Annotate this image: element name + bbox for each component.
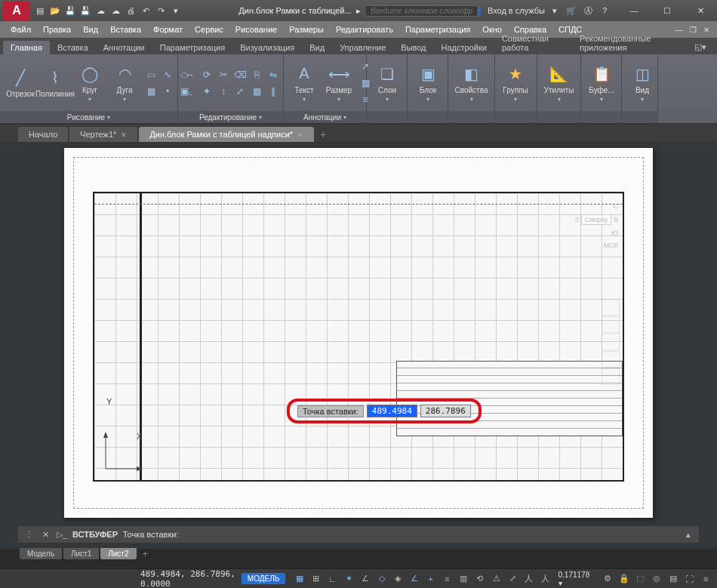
cmd-history-icon[interactable]: ▴ [682, 528, 694, 540]
menu-format[interactable]: Формат [147, 23, 189, 35]
doc-tab-dynblock[interactable]: Дин.блок Рамки с таблицей надписи*✕ [139, 127, 314, 142]
cloud-save-icon[interactable]: ☁ [109, 4, 122, 17]
copy-icon[interactable]: ⎘ [249, 67, 264, 82]
doc-tab-dyn-close-icon[interactable]: ✕ [297, 131, 303, 139]
rtab-home[interactable]: Главная [3, 41, 50, 54]
save-icon[interactable]: 💾 [63, 4, 77, 17]
erase-icon[interactable]: ⌫ [232, 67, 248, 82]
a360-icon[interactable]: Ⓐ [581, 4, 595, 17]
groups-button[interactable]: ★Группы▾ [500, 62, 531, 104]
offset-icon[interactable]: ‖ [266, 84, 281, 99]
rtab-expand-icon[interactable]: ◱▾ [687, 40, 714, 54]
dyn-input-y[interactable]: 286.7896 [420, 405, 471, 417]
rtab-addins[interactable]: Надстройки [434, 41, 494, 54]
view-button[interactable]: ◫Вид▾ [626, 62, 658, 104]
explode-icon[interactable]: ✦ [199, 84, 214, 99]
trim-icon[interactable]: ✂ [216, 67, 231, 82]
rtab-view[interactable]: Вид [302, 41, 332, 54]
nav-wheel-icon[interactable] [602, 299, 620, 316]
workspace-icon[interactable]: ⚙ [601, 572, 614, 586]
menu-dimension[interactable]: Размеры [283, 23, 330, 35]
annomonitor-icon[interactable]: ⚠ [490, 572, 503, 586]
dimension-button[interactable]: ⟷Размер▾ [323, 62, 355, 104]
redo-icon[interactable]: ↷ [154, 4, 168, 17]
undo-icon[interactable]: ↶ [139, 4, 152, 17]
rtab-insert[interactable]: Вставка [50, 41, 96, 54]
navigation-bar[interactable] [602, 299, 620, 385]
menu-modify[interactable]: Редактировать [330, 23, 399, 35]
status-scale[interactable]: 0.171178 ▾ [559, 571, 595, 587]
rtab-parametric[interactable]: Параметризация [152, 41, 232, 54]
cmd-handle-icon[interactable]: ⋮ [23, 528, 35, 540]
login-link[interactable]: Вход в службы [488, 6, 545, 15]
cloud-open-icon[interactable]: ☁ [94, 4, 107, 17]
doc-tab-d1-close-icon[interactable]: ✕ [121, 131, 127, 139]
close-button[interactable]: ✕ [684, 0, 717, 21]
menu-parametric[interactable]: Параметризация [399, 23, 476, 35]
menu-file[interactable]: Файл [5, 23, 37, 35]
arc-button[interactable]: ◠Дуга▾ [109, 62, 140, 104]
snap-toggle-icon[interactable]: ⊞ [309, 572, 323, 586]
rtab-manage[interactable]: Управление [332, 41, 393, 54]
doc-tab-add-button[interactable]: + [315, 127, 331, 142]
3dosnap-toggle-icon[interactable]: ◈ [392, 572, 405, 586]
annoscale3-icon[interactable]: 人 [539, 572, 552, 586]
help-icon[interactable]: ? [598, 4, 611, 17]
move-icon[interactable]: ↔ [183, 67, 198, 82]
nav-zoom-icon[interactable] [602, 334, 620, 350]
layout-tab-model[interactable]: Модель [20, 548, 62, 559]
annoscale-icon[interactable]: ⤢ [506, 572, 519, 586]
spline-icon[interactable]: ∿ [160, 67, 175, 82]
qat-dropdown-icon[interactable]: ▾ [169, 4, 183, 17]
cart-icon[interactable]: 🛒 [565, 4, 578, 17]
rtab-featured[interactable]: Рекомендованные приложения [572, 32, 687, 54]
block-button[interactable]: ▣Блок▾ [412, 62, 444, 104]
app-logo[interactable]: A [3, 1, 30, 20]
cmd-close-icon[interactable]: ✕ [39, 528, 51, 540]
otrack-toggle-icon[interactable]: ∠ [408, 572, 421, 586]
layout-tab-sheet2[interactable]: Лист2 [100, 548, 136, 559]
doc-tab-start[interactable]: Начало [18, 127, 68, 142]
menu-view[interactable]: Вид [77, 23, 104, 35]
hardware-accel-icon[interactable]: ⬚ [634, 572, 648, 586]
search-input[interactable] [365, 5, 479, 17]
doc-tab-drawing1[interactable]: Чертеж1*✕ [69, 127, 137, 142]
title-chevron-icon[interactable]: ▸ [356, 6, 361, 16]
panel-draw-expand-icon[interactable]: ▾ [107, 114, 110, 121]
drawing-area[interactable]: С З Сверху В Ю МСК Y X [0, 142, 717, 549]
fillet-icon[interactable]: ◟ [183, 84, 198, 99]
nav-showmotion-icon[interactable] [602, 368, 620, 385]
customize-icon[interactable]: ≡ [699, 572, 712, 586]
vc-ucs[interactable]: МСК [604, 242, 618, 249]
point-icon[interactable]: • [160, 84, 175, 99]
menu-insert[interactable]: Вставка [104, 23, 147, 35]
command-line[interactable]: ⋮ ✕ ▷_ ВСТБУФЕР Точка вставки: ▴ [18, 526, 699, 543]
polyline-button[interactable]: ⌇Полилиния [39, 66, 71, 100]
transparency-toggle-icon[interactable]: ▥ [457, 572, 470, 586]
doc-close-icon[interactable]: ✕ [700, 23, 712, 35]
rect-icon[interactable]: ▭ [143, 67, 158, 82]
dyn-input-x[interactable]: 489.4984 [367, 405, 417, 417]
minimize-button[interactable]: — [617, 0, 651, 21]
rtab-visualize[interactable]: Визуализация [232, 41, 302, 54]
circle-button[interactable]: ◯Круг▾ [74, 62, 106, 104]
lock-ui-icon[interactable]: 🔒 [617, 572, 631, 586]
annoscale2-icon[interactable]: 人 [522, 572, 536, 586]
print-icon[interactable]: 🖨 [124, 4, 137, 17]
layout-tab-sheet1[interactable]: Лист1 [63, 548, 99, 559]
rotate-icon[interactable]: ⟳ [199, 67, 214, 82]
panel-annot-expand-icon[interactable]: ▾ [343, 114, 346, 121]
rtab-output[interactable]: Вывод [393, 41, 433, 54]
polar-toggle-icon[interactable]: ✶ [342, 572, 355, 586]
properties-button[interactable]: ◧Свойства▾ [453, 62, 490, 104]
nav-orbit-icon[interactable] [602, 351, 620, 368]
menu-draw[interactable]: Рисование [229, 23, 283, 35]
cleanscreen-icon[interactable]: ⛶ [683, 572, 697, 586]
menu-tools[interactable]: Сервис [189, 23, 229, 35]
modelspace-toggle[interactable]: МОДЕЛЬ [242, 573, 285, 584]
scale-icon[interactable]: ⤢ [232, 84, 248, 99]
cycling-toggle-icon[interactable]: ⟲ [473, 572, 487, 586]
text-button[interactable]: AТекст▾ [288, 62, 320, 104]
mirror-icon[interactable]: ⇋ [266, 67, 281, 82]
layout-tab-add-button[interactable]: + [138, 548, 153, 559]
